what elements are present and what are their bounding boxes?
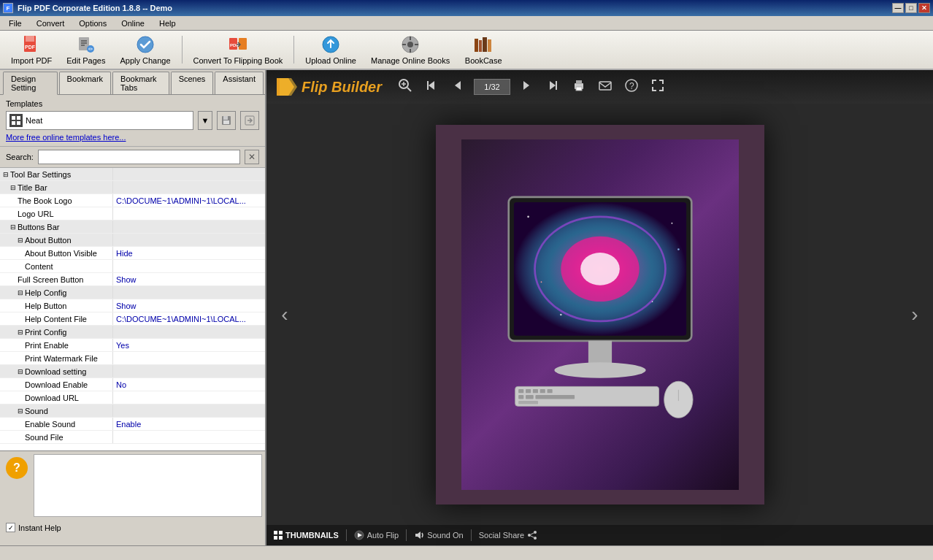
tree-row-sound-file[interactable]: Sound File	[0, 431, 265, 444]
tree-row-download-enable[interactable]: Download Enable No	[0, 378, 265, 391]
fullscreen-button[interactable]	[648, 77, 668, 98]
tree-row-content[interactable]: Content	[0, 260, 265, 273]
svg-point-55	[540, 281, 542, 283]
convert-label: Convert To Flipping Book	[193, 56, 283, 65]
sound-label: Sound	[25, 407, 48, 415]
template-selector: Neat ▼	[6, 111, 259, 130]
expand-about-button[interactable]: ⊟	[18, 237, 23, 244]
zoom-button[interactable]	[395, 77, 415, 98]
buttons-bar-label: Buttons Bar	[18, 223, 59, 231]
load-template-button[interactable]	[240, 111, 259, 130]
title-bar-buttons[interactable]: — □ ✕	[892, 3, 930, 13]
convert-button[interactable]: PDF Convert To Flipping Book	[187, 33, 290, 66]
expand-title-bar[interactable]: ⊟	[10, 184, 16, 191]
download-enable-label: Download Enable	[25, 380, 88, 389]
tab-assistant[interactable]: Assistant	[215, 72, 264, 94]
expand-toolbar-settings[interactable]: ⊟	[3, 171, 9, 178]
tree-row-title-bar[interactable]: ⊟ Title Bar	[0, 181, 265, 194]
tree-row-toolbar-settings[interactable]: ⊟ Tool Bar Settings	[0, 168, 265, 181]
download-setting-label: Download setting	[25, 367, 86, 376]
menu-online[interactable]: Online	[115, 18, 150, 29]
first-page-button[interactable]	[421, 77, 442, 98]
tree-row-help-config[interactable]: ⊟ Help Config	[0, 286, 265, 299]
expand-download-setting[interactable]: ⊟	[18, 368, 23, 375]
auto-flip-control[interactable]: Auto Flip	[354, 530, 399, 540]
apply-change-label: Apply Change	[120, 56, 170, 65]
email-button[interactable]	[595, 77, 615, 98]
convert-icon: PDF	[228, 34, 248, 55]
upload-online-label: Upload Online	[305, 56, 356, 65]
svg-rect-60	[518, 389, 523, 393]
tree-row-download-setting[interactable]: ⊟ Download setting	[0, 365, 265, 378]
tree-row-print-enable[interactable]: Print Enable Yes	[0, 339, 265, 352]
expand-help-config[interactable]: ⊟	[18, 289, 23, 296]
online-templates-link[interactable]: More free online templates here...	[6, 133, 259, 142]
tree-row-logo-url[interactable]: Logo URL	[0, 207, 265, 220]
print-button[interactable]	[569, 77, 589, 98]
svg-point-56	[677, 248, 680, 250]
thumbnails-button[interactable]: THUMBNAILS	[274, 531, 339, 540]
tree-row-enable-sound[interactable]: Enable Sound Enable	[0, 418, 265, 431]
svg-point-53	[559, 313, 561, 315]
tree-row-book-logo[interactable]: The Book Logo C:\DOCUME~1\ADMINI~1\LOCAL…	[0, 194, 265, 207]
tab-scenes[interactable]: Scenes	[171, 72, 214, 94]
svg-point-79	[534, 537, 537, 540]
tree-row-fullscreen[interactable]: Full Screen Button Show	[0, 273, 265, 286]
tree-row-help-content-file[interactable]: Help Content File C:\DOCUME~1\ADMINI~1\L…	[0, 312, 265, 326]
svg-marker-37	[523, 81, 529, 90]
prev-page-button[interactable]	[448, 77, 468, 98]
menu-file[interactable]: File	[3, 18, 28, 29]
maximize-button[interactable]: □	[905, 3, 917, 13]
tree-row-print-config[interactable]: ⊟ Print Config	[0, 326, 265, 339]
tab-bookmark[interactable]: Bookmark	[59, 72, 112, 94]
upload-online-button[interactable]: Upload Online	[299, 33, 363, 66]
tree-row-about-button[interactable]: ⊟ About Button	[0, 234, 265, 247]
tab-design-setting[interactable]: Design Setting	[3, 72, 58, 95]
svg-marker-36	[455, 81, 461, 90]
template-name: Neat	[26, 116, 42, 125]
menu-help[interactable]: Help	[153, 18, 182, 29]
prev-page-arrow[interactable]: ‹	[274, 285, 296, 344]
tree-row-print-watermark[interactable]: Print Watermark File	[0, 352, 265, 365]
social-share-control[interactable]: Social Share	[479, 530, 537, 540]
apply-change-button[interactable]: Apply Change	[113, 33, 177, 66]
menu-options[interactable]: Options	[73, 18, 112, 29]
svg-point-15	[407, 42, 413, 47]
minimize-button[interactable]: —	[892, 3, 904, 13]
next-page-button[interactable]	[516, 77, 537, 98]
save-template-button[interactable]	[217, 111, 236, 130]
close-button[interactable]: ✕	[918, 3, 930, 13]
sound-label: Sound On	[427, 531, 464, 540]
next-page-arrow[interactable]: ›	[904, 285, 926, 344]
menu-convert[interactable]: Convert	[31, 18, 71, 29]
instant-help-checkbox[interactable]: ✓	[6, 523, 15, 532]
template-dropdown-arrow[interactable]: ▼	[198, 111, 212, 130]
svg-text:PDF: PDF	[230, 43, 239, 47]
template-icon	[9, 114, 23, 127]
tree-row-about-visible[interactable]: About Button Visible Hide	[0, 247, 265, 260]
page-input[interactable]: 1/32	[474, 79, 510, 95]
download-enable-value: No	[116, 380, 126, 389]
tree-row-download-url[interactable]: Download URL	[0, 391, 265, 404]
last-page-button[interactable]	[542, 77, 563, 98]
tab-bookmark-tabs[interactable]: Bookmark Tabs	[112, 72, 169, 94]
tree-row-help-button[interactable]: Help Button Show	[0, 299, 265, 312]
settings-tree[interactable]: ⊟ Tool Bar Settings ⊟ Title Bar The Book…	[0, 168, 265, 450]
search-clear-button[interactable]: ✕	[245, 150, 259, 164]
import-pdf-button[interactable]: PDF Import PDF	[4, 33, 58, 66]
bookcase-button[interactable]: BookCase	[458, 33, 509, 66]
tree-container: ⊟ Tool Bar Settings ⊟ Title Bar The Book…	[0, 168, 265, 444]
sound-control[interactable]: Sound On	[414, 530, 464, 540]
expand-buttons-bar[interactable]: ⊟	[10, 223, 16, 231]
search-input[interactable]	[38, 150, 240, 164]
svg-rect-25	[223, 116, 228, 120]
tree-row-buttons-bar[interactable]: ⊟ Buttons Bar	[0, 220, 265, 234]
expand-sound[interactable]: ⊟	[18, 407, 23, 415]
edit-pages-button[interactable]: ✏ Edit Pages	[60, 33, 112, 66]
template-dropdown[interactable]: Neat	[6, 111, 193, 130]
tree-row-sound[interactable]: ⊟ Sound	[0, 404, 265, 418]
manage-online-button[interactable]: Manage Online Books	[364, 33, 456, 66]
svg-rect-41	[576, 80, 582, 84]
help-button[interactable]: ?	[621, 77, 642, 98]
expand-print-config[interactable]: ⊟	[18, 329, 23, 336]
